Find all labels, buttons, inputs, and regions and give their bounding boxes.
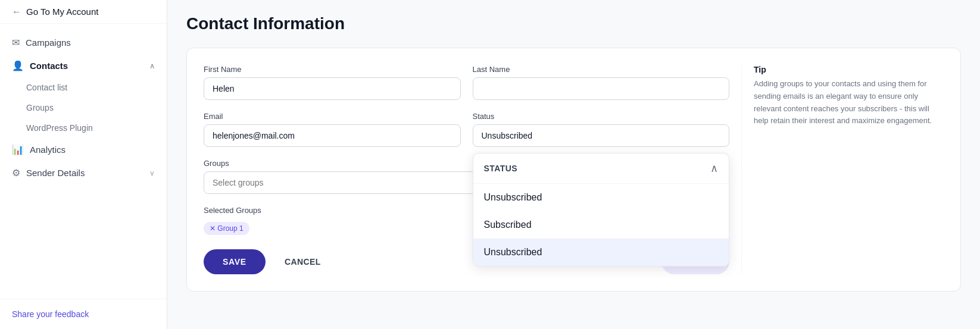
- dropdown-option-unsubscribed-1[interactable]: Unsubscribed: [473, 184, 729, 211]
- sidebar: ← Go To My Account ✉ Campaigns 👤 Contact…: [0, 0, 167, 329]
- cancel-button[interactable]: CANCEL: [273, 249, 333, 274]
- dropdown-option-subscribed[interactable]: Subscribed: [473, 211, 729, 239]
- last-name-group: Last Name: [473, 65, 730, 100]
- contact-list-label: Contact list: [26, 83, 67, 92]
- last-name-input[interactable]: [473, 77, 730, 100]
- share-feedback-link[interactable]: Share your feedback: [12, 309, 89, 319]
- sidebar-item-label: Sender Details: [26, 168, 85, 178]
- contacts-icon: 👤: [12, 60, 24, 71]
- sender-details-icon: ⚙: [12, 167, 20, 178]
- email-label: Email: [204, 112, 461, 121]
- go-to-account-button[interactable]: ← Go To My Account: [0, 0, 167, 24]
- email-input[interactable]: [204, 124, 461, 147]
- tip-text: Adding groups to your contacts and using…: [754, 78, 944, 127]
- sidebar-nav: ✉ Campaigns 👤 Contacts ∧ Contact list Gr…: [0, 24, 167, 299]
- sidebar-item-label: Contacts: [30, 61, 68, 71]
- form-fields: First Name Last Name Email Status: [204, 65, 729, 274]
- actions-left: SAVE CANCEL: [204, 249, 333, 274]
- first-name-group: First Name: [204, 65, 461, 100]
- dropdown-header: Status ∧: [473, 153, 729, 184]
- sidebar-item-label: Campaigns: [26, 37, 71, 48]
- status-dropdown-wrapper: Status ∧ Unsubscribed Subscribed Unsubsc…: [473, 124, 730, 147]
- sidebar-item-contact-list[interactable]: Contact list: [0, 77, 167, 98]
- email-group: Email: [204, 112, 461, 147]
- contact-form-card: First Name Last Name Email Status: [186, 48, 961, 292]
- analytics-icon: 📊: [12, 144, 24, 155]
- status-label: Status: [473, 112, 730, 121]
- tip-section: Tip Adding groups to your contacts and u…: [741, 65, 944, 274]
- wordpress-plugin-label: WordPress Plugin: [26, 123, 93, 133]
- sidebar-item-groups[interactable]: Groups: [0, 98, 167, 118]
- status-input[interactable]: [473, 124, 730, 147]
- chevron-up-icon[interactable]: ∧: [710, 162, 718, 175]
- tip-title: Tip: [754, 65, 944, 74]
- groups-label: Groups: [26, 103, 54, 112]
- email-status-row: Email Status Status ∧: [204, 112, 729, 147]
- sidebar-item-contacts[interactable]: 👤 Contacts ∧: [0, 54, 167, 77]
- status-group: Status Status ∧ Unsubscribed: [473, 112, 730, 147]
- sidebar-item-campaigns[interactable]: ✉ Campaigns: [0, 31, 167, 54]
- back-label: Go To My Account: [26, 7, 98, 17]
- status-dropdown: Status ∧ Unsubscribed Subscribed Unsubsc…: [473, 153, 730, 267]
- chevron-up-icon: ∧: [149, 62, 155, 70]
- last-name-label: Last Name: [473, 65, 730, 74]
- first-name-label: First Name: [204, 65, 461, 74]
- dropdown-header-label: Status: [484, 164, 517, 173]
- name-row: First Name Last Name: [204, 65, 729, 100]
- sidebar-footer: Share your feedback: [0, 299, 167, 329]
- first-name-input[interactable]: [204, 77, 461, 100]
- sidebar-item-wordpress-plugin[interactable]: WordPress Plugin: [0, 118, 167, 138]
- campaigns-icon: ✉: [12, 37, 20, 48]
- page-title: Contact Information: [186, 14, 961, 33]
- sidebar-item-label: Analytics: [30, 145, 65, 155]
- back-arrow-icon: ←: [12, 7, 21, 17]
- save-button[interactable]: SAVE: [204, 249, 266, 274]
- group-tag[interactable]: ✕ Group 1: [204, 222, 249, 235]
- chevron-down-icon: ∨: [149, 169, 155, 177]
- group-tag-label: ✕ Group 1: [210, 224, 244, 233]
- sidebar-item-sender-details[interactable]: ⚙ Sender Details ∨: [0, 161, 167, 184]
- sidebar-item-analytics[interactable]: 📊 Analytics: [0, 138, 167, 161]
- main-content: Contact Information First Name Last Name…: [167, 0, 980, 329]
- dropdown-option-unsubscribed-2[interactable]: Unsubscribed: [473, 239, 729, 266]
